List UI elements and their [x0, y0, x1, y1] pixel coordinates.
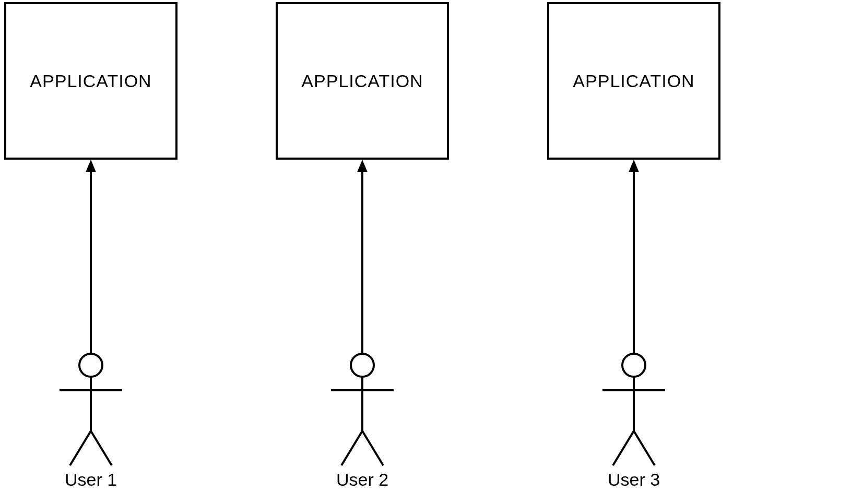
svg-line-19 [613, 431, 634, 465]
application-label-3: APPLICATION [573, 71, 694, 91]
svg-marker-8 [357, 160, 368, 172]
application-box-3: APPLICATION [547, 2, 720, 160]
user-icon [599, 353, 668, 467]
svg-point-9 [351, 354, 374, 377]
application-label-1: APPLICATION [30, 71, 151, 91]
arrow-icon [626, 160, 641, 362]
user-label-2: User 2 [328, 470, 397, 490]
application-box-1: APPLICATION [4, 2, 178, 160]
application-label-2: APPLICATION [301, 71, 423, 91]
application-box-2: APPLICATION [276, 2, 449, 160]
arrow-icon [84, 160, 98, 362]
svg-line-5 [70, 431, 91, 465]
svg-line-20 [634, 431, 655, 465]
diagram-canvas: APPLICATION User 1 APPLICATION User 2 AP… [0, 0, 863, 504]
svg-line-13 [362, 431, 383, 465]
user-label-1: User 1 [56, 470, 125, 490]
svg-marker-1 [86, 160, 96, 172]
svg-marker-15 [629, 160, 639, 172]
arrow-icon [355, 160, 370, 362]
user-icon [56, 353, 125, 467]
svg-line-12 [341, 431, 362, 465]
svg-line-6 [91, 431, 112, 465]
user-icon [328, 353, 397, 467]
svg-point-2 [79, 354, 102, 377]
user-label-3: User 3 [599, 470, 668, 490]
svg-point-16 [622, 354, 645, 377]
